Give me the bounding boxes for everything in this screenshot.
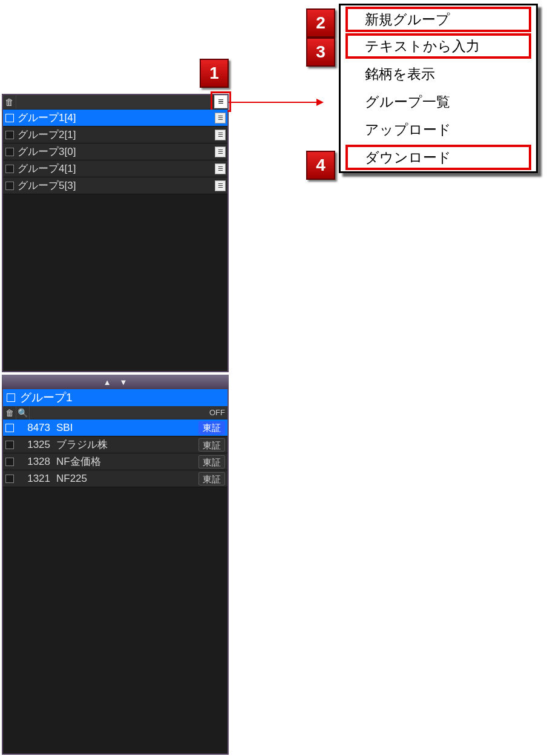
stock-row[interactable]: 1328NF金価格東証	[3, 453, 227, 470]
callout-badge-2: 2	[306, 8, 335, 38]
stock-row-checkbox[interactable]	[5, 441, 14, 449]
context-menu-item[interactable]: テキストから入力	[345, 33, 531, 59]
group-row[interactable]: グループ1[4]☰	[3, 110, 227, 127]
arrow-indicator	[229, 102, 322, 103]
group-row-checkbox[interactable]	[5, 148, 14, 156]
group-row-checkbox[interactable]	[5, 114, 14, 122]
stock-name: ブラジル株	[56, 438, 198, 452]
context-menu-item[interactable]: グループ一覧	[341, 88, 536, 116]
context-menu-item[interactable]: アップロード	[341, 116, 536, 143]
group-row-label: グループ1[4]	[18, 111, 76, 125]
group-panel-header: 🗑 ≡	[3, 95, 227, 110]
stock-name: SBI	[56, 422, 198, 434]
group-row[interactable]: グループ3[0]☰	[3, 143, 227, 160]
splitter-bar[interactable]: ▲ ▼	[2, 375, 229, 389]
hamburger-menu-icon[interactable]: ≡	[214, 95, 227, 108]
list-icon[interactable]: ☰	[215, 163, 226, 174]
group-row[interactable]: グループ4[1]☰	[3, 160, 227, 177]
stock-row[interactable]: 1325ブラジル株東証	[3, 436, 227, 453]
splitter-down-icon[interactable]: ▼	[120, 378, 128, 387]
exchange-badge: 東証	[198, 421, 225, 435]
group-row-checkbox[interactable]	[5, 165, 14, 173]
search-icon[interactable]: 🔍	[16, 406, 30, 419]
stock-toolbar: 🗑 🔍 OFF	[3, 406, 227, 419]
title-checkbox[interactable]	[7, 393, 15, 402]
list-icon[interactable]: ☰	[215, 146, 226, 157]
list-icon[interactable]: ☰	[215, 113, 226, 123]
group-row[interactable]: グループ5[3]☰	[3, 177, 227, 194]
stock-panel-title-label: グループ1	[20, 390, 73, 406]
group-panel: 🗑 ≡ グループ1[4]☰グループ2[1]☰グループ3[0]☰グループ4[1]☰…	[2, 94, 229, 372]
group-row-label: グループ5[3]	[18, 179, 76, 192]
stock-code: 1328	[18, 456, 50, 468]
group-row-label: グループ4[1]	[18, 162, 76, 176]
splitter-up-icon[interactable]: ▲	[103, 378, 111, 387]
stock-row-checkbox[interactable]	[5, 475, 14, 483]
group-row-checkbox[interactable]	[5, 131, 14, 139]
stock-row-checkbox[interactable]	[5, 458, 14, 466]
callout-badge-4: 4	[306, 151, 335, 180]
stock-code: 1321	[18, 473, 50, 485]
stock-panel: グループ1 🗑 🔍 OFF 8473SBI東証1325ブラジル株東証1328NF…	[2, 389, 229, 755]
trash-icon[interactable]: 🗑	[3, 96, 16, 109]
callout-badge-3: 3	[306, 38, 335, 67]
list-icon[interactable]: ☰	[215, 180, 226, 191]
stock-row-checkbox[interactable]	[5, 424, 14, 432]
callout-badge-1: 1	[200, 59, 229, 88]
context-menu-item[interactable]: 新規グループ	[345, 7, 531, 32]
group-row-label: グループ2[1]	[18, 128, 76, 142]
stock-panel-title[interactable]: グループ1	[3, 389, 227, 406]
exchange-badge: 東証	[198, 438, 225, 452]
trash-icon[interactable]: 🗑	[3, 406, 16, 419]
group-row[interactable]: グループ2[1]☰	[3, 127, 227, 143]
group-row-checkbox[interactable]	[5, 182, 14, 190]
exchange-badge: 東証	[198, 472, 225, 485]
stock-row[interactable]: 1321NF225東証	[3, 470, 227, 487]
stock-row[interactable]: 8473SBI東証	[3, 419, 227, 436]
exchange-badge: 東証	[198, 455, 225, 468]
list-icon[interactable]: ☰	[215, 130, 226, 140]
context-menu-item[interactable]: ダウンロード	[345, 145, 531, 170]
group-list: グループ1[4]☰グループ2[1]☰グループ3[0]☰グループ4[1]☰グループ…	[3, 110, 227, 194]
context-menu-item[interactable]: 銘柄を表示	[341, 60, 536, 88]
stock-name: NF225	[56, 473, 198, 485]
stock-list: 8473SBI東証1325ブラジル株東証1328NF金価格東証1321NF225…	[3, 419, 227, 487]
stock-name: NF金価格	[56, 455, 198, 468]
stock-code: 8473	[18, 422, 50, 434]
group-row-label: グループ3[0]	[18, 145, 76, 159]
context-menu: 新規グループテキストから入力銘柄を表示グループ一覧アップロードダウンロード	[339, 4, 538, 173]
off-toggle[interactable]: OFF	[209, 408, 227, 417]
stock-code: 1325	[18, 439, 50, 451]
